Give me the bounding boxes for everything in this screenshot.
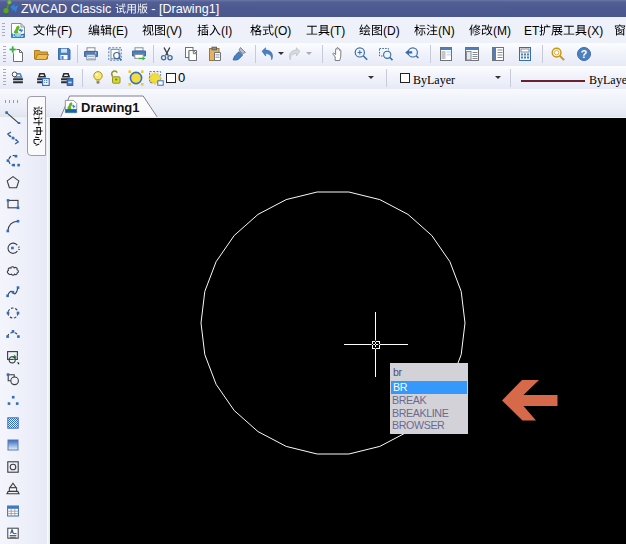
svg-text:?: ? (581, 48, 587, 60)
